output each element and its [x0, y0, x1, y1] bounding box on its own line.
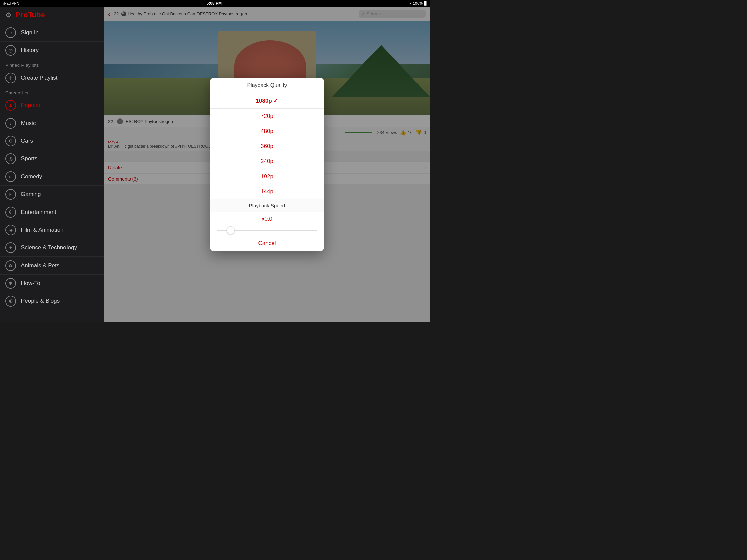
modal-title: Playback Quality	[210, 78, 324, 93]
sidebar-item-people-blogs[interactable]: ☯ People & Blogs	[0, 292, 104, 310]
battery-label: 100%	[413, 1, 422, 5]
sidebar-header: ⚙ ProTube	[0, 7, 104, 24]
music-label: Music	[21, 120, 35, 127]
speed-slider-area	[210, 226, 324, 235]
entertainment-label: Entertainment	[21, 209, 56, 216]
app-title-tube: Tube	[28, 11, 45, 19]
sports-icon: ◎	[5, 154, 16, 164]
film-label: Film & Animation	[21, 226, 64, 233]
quality-option-144p[interactable]: 144p	[210, 184, 324, 199]
playback-quality-modal: Playback Quality 1080p ✓ 720p 480p 360p …	[210, 78, 324, 251]
slider-thumb[interactable]	[227, 226, 235, 234]
history-label: History	[21, 47, 38, 54]
sidebar-item-popular[interactable]: ♟ Popular	[0, 97, 104, 114]
history-icon: ◷	[5, 45, 16, 56]
sidebar-item-entertainment[interactable]: 🎙 Entertainment	[0, 204, 104, 221]
music-icon: ♪	[5, 118, 16, 129]
quality-option-192p[interactable]: 192p	[210, 169, 324, 184]
create-playlist-label: Create Playlist	[21, 75, 58, 81]
bluetooth-icon: ∗	[409, 1, 412, 6]
sidebar: ⚙ ProTube → Sign In ◷ History Pinned Pla…	[0, 7, 104, 322]
quality-option-240p[interactable]: 240p	[210, 154, 324, 169]
signin-icon: →	[5, 27, 16, 38]
quality-option-360p[interactable]: 360p	[210, 139, 324, 154]
ipad-label: iPad VPN	[3, 1, 20, 5]
app-container: ⚙ ProTube → Sign In ◷ History Pinned Pla…	[0, 7, 430, 322]
entertainment-icon: 🎙	[5, 207, 16, 218]
gear-icon[interactable]: ⚙	[5, 11, 11, 19]
howto-label: How-To	[21, 280, 40, 287]
playback-speed-value: x0.0	[210, 212, 324, 226]
science-label: Science & Technology	[21, 244, 77, 251]
quality-option-720p[interactable]: 720p	[210, 109, 324, 124]
sports-label: Sports	[21, 156, 37, 162]
sidebar-item-sports[interactable]: ◎ Sports	[0, 150, 104, 168]
animals-icon: ✿	[5, 260, 16, 271]
gaming-label: Gaming	[21, 191, 41, 198]
sidebar-item-how-to[interactable]: ✱ How-To	[0, 275, 104, 292]
cars-label: Cars	[21, 138, 33, 144]
main-content: ‹ 22. 🎱 Healthy Probiotic Gut Bacteria C…	[104, 7, 430, 322]
sidebar-item-history[interactable]: ◷ History	[0, 42, 104, 59]
status-bar-time: 5:08 PM	[207, 1, 222, 6]
people-label: People & Blogs	[21, 298, 60, 304]
science-icon: ✦	[5, 242, 16, 253]
quality-option-1080p[interactable]: 1080p ✓	[210, 93, 324, 109]
battery-icon: ▉	[424, 1, 427, 6]
sidebar-item-science-technology[interactable]: ✦ Science & Technology	[0, 239, 104, 257]
quality-option-480p[interactable]: 480p	[210, 124, 324, 139]
status-bar: iPad VPN 5:08 PM ∗ 100% ▉	[0, 0, 430, 7]
create-playlist-item[interactable]: + Create Playlist	[0, 69, 104, 87]
people-icon: ☯	[5, 296, 16, 306]
speed-slider[interactable]	[217, 230, 317, 231]
cars-icon: ⚙	[5, 136, 16, 146]
animals-label: Animals & Pets	[21, 262, 59, 269]
playback-speed-title: Playback Speed	[210, 199, 324, 212]
sidebar-item-comedy[interactable]: ☺ Comedy	[0, 168, 104, 186]
status-bar-right: ∗ 100% ▉	[409, 1, 427, 6]
sidebar-item-cars[interactable]: ⚙ Cars	[0, 132, 104, 150]
modal-overlay[interactable]: Playback Quality 1080p ✓ 720p 480p 360p …	[104, 7, 430, 322]
app-title: ProTube	[16, 11, 45, 20]
popular-icon: ♟	[5, 100, 16, 111]
popular-label: Popular	[21, 102, 41, 109]
signin-label: Sign In	[21, 29, 38, 36]
sidebar-item-signin[interactable]: → Sign In	[0, 24, 104, 42]
sidebar-item-animals-pets[interactable]: ✿ Animals & Pets	[0, 257, 104, 275]
comedy-label: Comedy	[21, 173, 42, 180]
sidebar-item-gaming[interactable]: ⊡ Gaming	[0, 186, 104, 204]
slider-track	[217, 230, 317, 231]
categories-header: Categories	[0, 87, 104, 97]
pinned-playlists-header: Pinned Playlists	[0, 59, 104, 69]
film-icon: ◈	[5, 224, 16, 235]
howto-icon: ✱	[5, 278, 16, 289]
status-bar-left: iPad VPN	[3, 1, 20, 5]
cancel-button[interactable]: Cancel	[210, 235, 324, 251]
app-title-pro: Pro	[16, 11, 28, 19]
comedy-icon: ☺	[5, 171, 16, 182]
plus-icon: +	[5, 73, 16, 83]
sidebar-item-music[interactable]: ♪ Music	[0, 114, 104, 132]
sidebar-item-film-animation[interactable]: ◈ Film & Animation	[0, 221, 104, 239]
gaming-icon: ⊡	[5, 189, 16, 200]
